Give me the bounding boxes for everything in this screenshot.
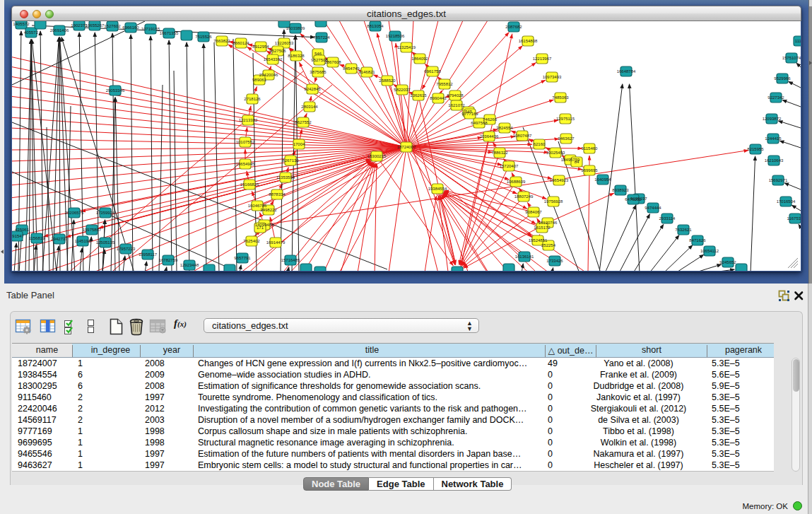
svg-text:16543362: 16543362 (264, 57, 283, 62)
svg-text:6794028: 6794028 (447, 93, 464, 98)
svg-text:19218506: 19218506 (386, 34, 405, 38)
svg-text:15692971: 15692971 (769, 178, 788, 182)
svg-text:8660124: 8660124 (233, 41, 249, 45)
svg-text:23420046: 23420046 (259, 73, 278, 77)
svg-text:62160: 62160 (534, 142, 546, 146)
svg-text:17957223: 17957223 (117, 247, 136, 251)
svg-text:7886322: 7886322 (491, 151, 508, 155)
svg-text:435061: 435061 (15, 228, 30, 232)
svg-text:19166825: 19166825 (240, 182, 259, 187)
svg-text:9529966: 9529966 (774, 76, 791, 81)
svg-text:9245652: 9245652 (719, 260, 736, 264)
svg-text:12505135: 12505135 (96, 240, 115, 245)
svg-text:6966160: 6966160 (122, 25, 139, 30)
svg-text:10973493: 10973493 (543, 75, 562, 79)
svg-text:9699695: 9699695 (581, 168, 598, 173)
svg-text:9242845: 9242845 (304, 87, 321, 91)
svg-text:20691406: 20691406 (50, 28, 69, 33)
svg-text:13226053: 13226053 (275, 41, 294, 45)
svg-text:12975115: 12975115 (556, 117, 575, 121)
svg-text:3498222: 3498222 (260, 208, 277, 212)
svg-text:6476202: 6476202 (625, 197, 642, 201)
svg-text:1527602: 1527602 (104, 24, 121, 28)
svg-text:10025453: 10025453 (546, 151, 565, 155)
svg-text:16120746: 16120746 (539, 221, 558, 225)
svg-text:171: 171 (257, 226, 264, 230)
svg-text:2867608: 2867608 (324, 60, 341, 64)
svg-text:16033809: 16033809 (286, 26, 305, 30)
svg-text:10107552: 10107552 (236, 140, 255, 144)
svg-text:7625402: 7625402 (243, 239, 260, 243)
svg-text:20206575: 20206575 (65, 211, 84, 215)
svg-text:10807487: 10807487 (513, 134, 532, 138)
svg-text:9146821: 9146821 (358, 70, 375, 74)
svg-text:3824554: 3824554 (496, 126, 513, 130)
svg-text:8267130: 8267130 (282, 158, 299, 163)
svg-text:391547: 391547 (12, 234, 25, 238)
svg-text:16671355: 16671355 (160, 31, 179, 35)
svg-text:12923448: 12923448 (180, 263, 199, 267)
svg-text:9657791: 9657791 (234, 256, 251, 260)
svg-text:989061: 989061 (252, 78, 267, 82)
svg-text:1621072: 1621072 (448, 103, 465, 107)
svg-text:16154808: 16154808 (519, 39, 538, 43)
svg-text:9777169: 9777169 (461, 112, 478, 116)
svg-text:9115460: 9115460 (582, 146, 599, 151)
svg-text:7663822: 7663822 (213, 39, 230, 43)
svg-text:10958117: 10958117 (139, 252, 158, 257)
svg-text:1640954: 1640954 (594, 177, 611, 182)
svg-text:1244415: 1244415 (765, 136, 782, 141)
svg-text:10719155: 10719155 (141, 27, 160, 31)
svg-text:9227342: 9227342 (767, 95, 784, 100)
svg-text:12213382: 12213382 (239, 118, 258, 122)
svg-text:2087682: 2087682 (505, 25, 522, 29)
svg-text:8878334: 8878334 (269, 192, 286, 197)
svg-text:16782759: 16782759 (159, 258, 178, 262)
svg-text:2718126: 2718126 (244, 97, 261, 101)
svg-text:8215955: 8215955 (747, 147, 764, 151)
svg-text:16046786: 16046786 (248, 204, 267, 208)
svg-text:1156819: 1156819 (29, 236, 46, 240)
svg-text:18724007: 18724007 (397, 145, 416, 149)
svg-text:1362615: 1362615 (410, 93, 427, 98)
svg-text:9527506: 9527506 (269, 49, 286, 53)
svg-text:9463627: 9463627 (558, 136, 575, 141)
svg-text:8454749: 8454749 (343, 66, 360, 71)
svg-text:9084067: 9084067 (525, 210, 542, 214)
svg-text:1615172: 1615172 (534, 226, 551, 230)
svg-text:84: 84 (575, 160, 579, 164)
svg-text:746266: 746266 (483, 117, 498, 122)
svg-text:2588520: 2588520 (379, 78, 396, 83)
svg-text:17016504: 17016504 (777, 199, 796, 204)
svg-text:10654112: 10654112 (700, 249, 719, 253)
svg-text:405572: 405572 (24, 30, 39, 35)
svg-text:15716485: 15716485 (281, 258, 300, 262)
svg-text:19756928: 19756928 (544, 199, 563, 204)
svg-text:8938923: 8938923 (612, 188, 629, 192)
svg-text:7955812: 7955812 (436, 82, 453, 86)
svg-text:11325419: 11325419 (397, 45, 416, 49)
svg-text:19524851: 19524851 (529, 238, 548, 243)
svg-text:10655267: 10655267 (86, 23, 105, 28)
svg-text:1405572: 1405572 (13, 22, 30, 26)
svg-text:8471626: 8471626 (689, 238, 706, 243)
svg-text:546: 546 (314, 52, 322, 56)
svg-text:19975867: 19975867 (83, 228, 102, 232)
svg-text:29053346: 29053346 (106, 88, 125, 93)
svg-text:2942737: 2942737 (51, 237, 68, 241)
svg-text:9474444: 9474444 (645, 206, 661, 210)
svg-text:16914479: 16914479 (266, 240, 286, 245)
svg-text:8912954: 8912954 (252, 45, 269, 49)
svg-text:19654945: 19654945 (236, 162, 255, 166)
svg-text:15300215: 15300215 (367, 154, 387, 158)
svg-text:7857224: 7857224 (313, 35, 330, 40)
svg-text:2933114: 2933114 (659, 216, 676, 221)
svg-text:11353594: 11353594 (276, 175, 295, 180)
svg-text:20364436: 20364436 (480, 134, 499, 139)
svg-text:8186328: 8186328 (288, 54, 305, 58)
svg-text:19654923: 19654923 (550, 178, 569, 182)
svg-text:12093872: 12093872 (763, 117, 782, 121)
svg-text:1733426: 1733426 (546, 259, 563, 263)
svg-text:15751074: 15751074 (782, 56, 801, 60)
svg-text:1864092: 1864092 (411, 57, 428, 61)
